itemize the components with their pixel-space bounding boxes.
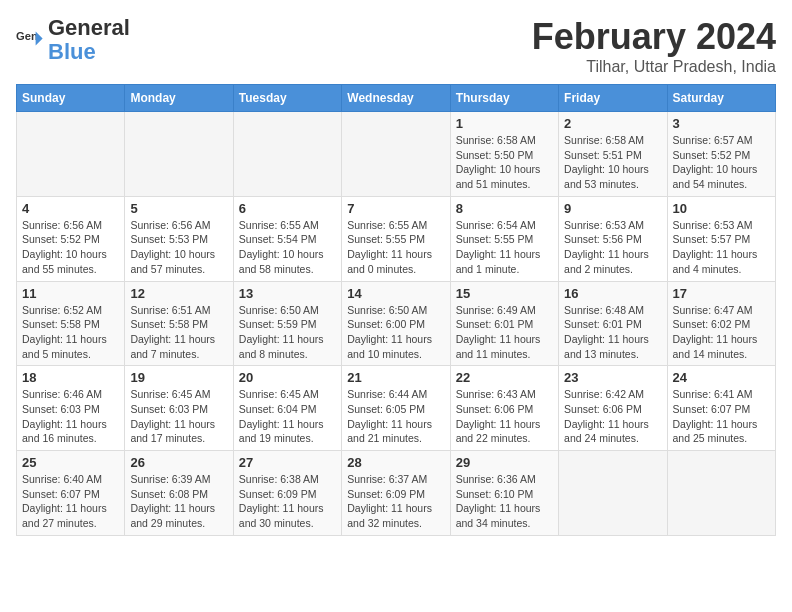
day-number: 29 — [456, 455, 553, 470]
day-number: 16 — [564, 286, 661, 301]
calendar-cell — [125, 112, 233, 197]
day-detail: Sunrise: 6:47 AM Sunset: 6:02 PM Dayligh… — [673, 303, 770, 362]
calendar-cell: 10Sunrise: 6:53 AM Sunset: 5:57 PM Dayli… — [667, 196, 775, 281]
day-detail: Sunrise: 6:46 AM Sunset: 6:03 PM Dayligh… — [22, 387, 119, 446]
day-number: 9 — [564, 201, 661, 216]
calendar-cell: 7Sunrise: 6:55 AM Sunset: 5:55 PM Daylig… — [342, 196, 450, 281]
subtitle: Tilhar, Uttar Pradesh, India — [532, 58, 776, 76]
logo-general: General — [48, 15, 130, 40]
calendar-cell: 23Sunrise: 6:42 AM Sunset: 6:06 PM Dayli… — [559, 366, 667, 451]
day-detail: Sunrise: 6:55 AM Sunset: 5:54 PM Dayligh… — [239, 218, 336, 277]
day-detail: Sunrise: 6:51 AM Sunset: 5:58 PM Dayligh… — [130, 303, 227, 362]
calendar-cell: 25Sunrise: 6:40 AM Sunset: 6:07 PM Dayli… — [17, 451, 125, 536]
day-detail: Sunrise: 6:58 AM Sunset: 5:51 PM Dayligh… — [564, 133, 661, 192]
day-number: 27 — [239, 455, 336, 470]
calendar-cell: 29Sunrise: 6:36 AM Sunset: 6:10 PM Dayli… — [450, 451, 558, 536]
day-detail: Sunrise: 6:48 AM Sunset: 6:01 PM Dayligh… — [564, 303, 661, 362]
day-number: 22 — [456, 370, 553, 385]
day-number: 5 — [130, 201, 227, 216]
header-day-monday: Monday — [125, 85, 233, 112]
calendar-table: SundayMondayTuesdayWednesdayThursdayFrid… — [16, 84, 776, 536]
day-detail: Sunrise: 6:42 AM Sunset: 6:06 PM Dayligh… — [564, 387, 661, 446]
day-detail: Sunrise: 6:53 AM Sunset: 5:57 PM Dayligh… — [673, 218, 770, 277]
calendar-week-row: 18Sunrise: 6:46 AM Sunset: 6:03 PM Dayli… — [17, 366, 776, 451]
calendar-cell: 22Sunrise: 6:43 AM Sunset: 6:06 PM Dayli… — [450, 366, 558, 451]
day-number: 25 — [22, 455, 119, 470]
calendar-cell: 3Sunrise: 6:57 AM Sunset: 5:52 PM Daylig… — [667, 112, 775, 197]
day-number: 4 — [22, 201, 119, 216]
calendar-cell — [233, 112, 341, 197]
day-number: 3 — [673, 116, 770, 131]
calendar-cell: 28Sunrise: 6:37 AM Sunset: 6:09 PM Dayli… — [342, 451, 450, 536]
day-number: 26 — [130, 455, 227, 470]
day-detail: Sunrise: 6:43 AM Sunset: 6:06 PM Dayligh… — [456, 387, 553, 446]
calendar-cell — [667, 451, 775, 536]
day-detail: Sunrise: 6:39 AM Sunset: 6:08 PM Dayligh… — [130, 472, 227, 531]
day-number: 8 — [456, 201, 553, 216]
day-detail: Sunrise: 6:44 AM Sunset: 6:05 PM Dayligh… — [347, 387, 444, 446]
calendar-cell: 24Sunrise: 6:41 AM Sunset: 6:07 PM Dayli… — [667, 366, 775, 451]
calendar-week-row: 4Sunrise: 6:56 AM Sunset: 5:52 PM Daylig… — [17, 196, 776, 281]
day-number: 13 — [239, 286, 336, 301]
calendar-cell: 9Sunrise: 6:53 AM Sunset: 5:56 PM Daylig… — [559, 196, 667, 281]
calendar-cell: 5Sunrise: 6:56 AM Sunset: 5:53 PM Daylig… — [125, 196, 233, 281]
calendar-week-row: 25Sunrise: 6:40 AM Sunset: 6:07 PM Dayli… — [17, 451, 776, 536]
day-number: 11 — [22, 286, 119, 301]
day-detail: Sunrise: 6:58 AM Sunset: 5:50 PM Dayligh… — [456, 133, 553, 192]
day-number: 12 — [130, 286, 227, 301]
header: Gen General Blue February 2024 Tilhar, U… — [16, 16, 776, 76]
calendar-cell: 13Sunrise: 6:50 AM Sunset: 5:59 PM Dayli… — [233, 281, 341, 366]
day-number: 15 — [456, 286, 553, 301]
header-day-sunday: Sunday — [17, 85, 125, 112]
logo-blue: Blue — [48, 39, 96, 64]
day-number: 21 — [347, 370, 444, 385]
day-detail: Sunrise: 6:36 AM Sunset: 6:10 PM Dayligh… — [456, 472, 553, 531]
day-detail: Sunrise: 6:50 AM Sunset: 6:00 PM Dayligh… — [347, 303, 444, 362]
calendar-cell: 26Sunrise: 6:39 AM Sunset: 6:08 PM Dayli… — [125, 451, 233, 536]
day-detail: Sunrise: 6:56 AM Sunset: 5:53 PM Dayligh… — [130, 218, 227, 277]
day-number: 17 — [673, 286, 770, 301]
title-area: February 2024 Tilhar, Uttar Pradesh, Ind… — [532, 16, 776, 76]
day-number: 2 — [564, 116, 661, 131]
day-detail: Sunrise: 6:40 AM Sunset: 6:07 PM Dayligh… — [22, 472, 119, 531]
day-number: 1 — [456, 116, 553, 131]
day-detail: Sunrise: 6:49 AM Sunset: 6:01 PM Dayligh… — [456, 303, 553, 362]
calendar-week-row: 1Sunrise: 6:58 AM Sunset: 5:50 PM Daylig… — [17, 112, 776, 197]
calendar-cell: 27Sunrise: 6:38 AM Sunset: 6:09 PM Dayli… — [233, 451, 341, 536]
day-detail: Sunrise: 6:45 AM Sunset: 6:03 PM Dayligh… — [130, 387, 227, 446]
header-day-wednesday: Wednesday — [342, 85, 450, 112]
logo: Gen General Blue — [16, 16, 130, 64]
day-detail: Sunrise: 6:52 AM Sunset: 5:58 PM Dayligh… — [22, 303, 119, 362]
svg-text:Gen: Gen — [16, 30, 38, 42]
day-detail: Sunrise: 6:50 AM Sunset: 5:59 PM Dayligh… — [239, 303, 336, 362]
day-detail: Sunrise: 6:41 AM Sunset: 6:07 PM Dayligh… — [673, 387, 770, 446]
svg-marker-1 — [36, 32, 43, 46]
logo-text: General Blue — [48, 16, 130, 64]
calendar-cell: 6Sunrise: 6:55 AM Sunset: 5:54 PM Daylig… — [233, 196, 341, 281]
calendar-cell: 12Sunrise: 6:51 AM Sunset: 5:58 PM Dayli… — [125, 281, 233, 366]
calendar-cell: 2Sunrise: 6:58 AM Sunset: 5:51 PM Daylig… — [559, 112, 667, 197]
day-detail: Sunrise: 6:57 AM Sunset: 5:52 PM Dayligh… — [673, 133, 770, 192]
day-number: 18 — [22, 370, 119, 385]
calendar-cell: 21Sunrise: 6:44 AM Sunset: 6:05 PM Dayli… — [342, 366, 450, 451]
day-detail: Sunrise: 6:37 AM Sunset: 6:09 PM Dayligh… — [347, 472, 444, 531]
calendar-cell — [342, 112, 450, 197]
header-day-tuesday: Tuesday — [233, 85, 341, 112]
day-number: 20 — [239, 370, 336, 385]
day-detail: Sunrise: 6:53 AM Sunset: 5:56 PM Dayligh… — [564, 218, 661, 277]
day-number: 10 — [673, 201, 770, 216]
calendar-cell: 11Sunrise: 6:52 AM Sunset: 5:58 PM Dayli… — [17, 281, 125, 366]
calendar-cell — [559, 451, 667, 536]
calendar-cell: 19Sunrise: 6:45 AM Sunset: 6:03 PM Dayli… — [125, 366, 233, 451]
day-number: 28 — [347, 455, 444, 470]
day-number: 19 — [130, 370, 227, 385]
header-day-friday: Friday — [559, 85, 667, 112]
calendar-cell: 8Sunrise: 6:54 AM Sunset: 5:55 PM Daylig… — [450, 196, 558, 281]
day-detail: Sunrise: 6:56 AM Sunset: 5:52 PM Dayligh… — [22, 218, 119, 277]
calendar-week-row: 11Sunrise: 6:52 AM Sunset: 5:58 PM Dayli… — [17, 281, 776, 366]
calendar-cell: 4Sunrise: 6:56 AM Sunset: 5:52 PM Daylig… — [17, 196, 125, 281]
day-number: 6 — [239, 201, 336, 216]
day-detail: Sunrise: 6:54 AM Sunset: 5:55 PM Dayligh… — [456, 218, 553, 277]
day-number: 7 — [347, 201, 444, 216]
day-number: 14 — [347, 286, 444, 301]
